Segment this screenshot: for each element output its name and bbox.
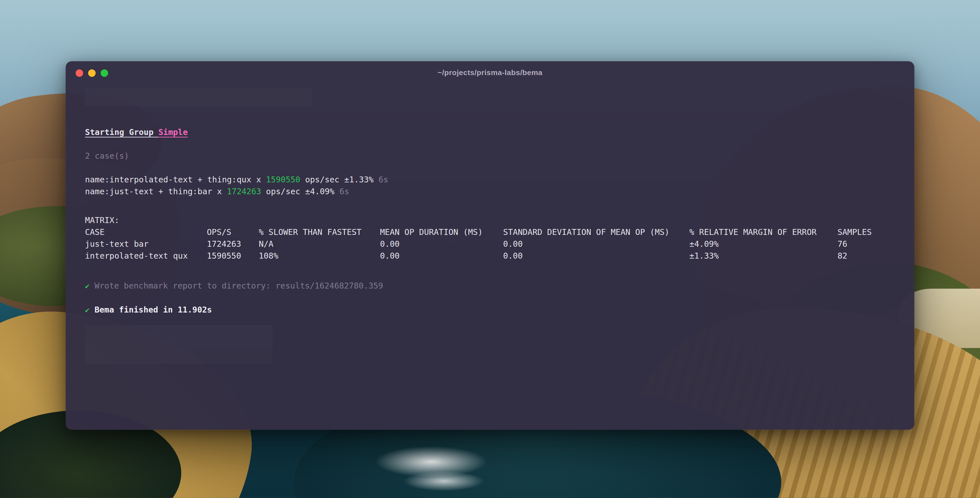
bench-ops-value: 1724263	[227, 187, 261, 196]
terminal-window: ~/projects/prisma-labs/bema Starting Gro…	[65, 61, 914, 430]
col-header-samples: SAMPLES	[837, 226, 899, 238]
bench-text: ops/sec ±1.33%	[300, 175, 379, 184]
cell-slower: N/A	[259, 238, 380, 250]
cell-ops: 1590550	[207, 250, 259, 262]
cell-margin: ±4.09%	[689, 238, 837, 250]
col-header-margin: % RELATIVE MARGIN OF ERROR	[689, 226, 837, 238]
case-count: 2 case(s)	[85, 150, 899, 162]
col-header-case: CASE	[85, 226, 207, 238]
terminal-output[interactable]: Starting Group Simple 2 case(s) name:int…	[85, 61, 899, 316]
bench-time: 6s	[379, 175, 388, 184]
cell-case: interpolated-text qux	[85, 250, 207, 262]
matrix-label: MATRIX:	[85, 214, 899, 226]
matrix-header-row: CASE OPS/S % SLOWER THAN FASTEST MEAN OP…	[85, 226, 899, 238]
cell-mean: 0.00	[380, 250, 503, 262]
cell-case: just-text bar	[85, 238, 207, 250]
col-header-mean: MEAN OP DURATION (MS)	[380, 226, 503, 238]
finish-text: Bema finished in 11.902s	[95, 305, 212, 314]
bench-text: name:just-text + thing:bar x	[85, 187, 227, 196]
check-icon: ✔	[85, 282, 89, 290]
cell-ops: 1724263	[207, 238, 259, 250]
group-heading-prefix: Starting Group	[85, 127, 158, 136]
col-header-slower: % SLOWER THAN FASTEST	[259, 226, 380, 238]
cell-margin: ±1.33%	[689, 250, 837, 262]
table-row: interpolated-text qux 1590550 108% 0.00 …	[85, 250, 899, 262]
wallpaper-wave-foam-small	[403, 471, 484, 491]
group-heading-name: Simple	[158, 127, 188, 136]
desktop: ~/projects/prisma-labs/bema Starting Gro…	[0, 0, 980, 498]
cell-stddev: 0.00	[503, 238, 689, 250]
check-icon: ✔	[85, 306, 89, 314]
cell-samples: 76	[837, 238, 899, 250]
bench-time: 6s	[339, 187, 349, 196]
bench-text: ops/sec ±4.09%	[261, 187, 339, 196]
group-heading: Starting Group Simple	[85, 126, 899, 138]
report-text: Wrote benchmark report to directory: res…	[95, 281, 383, 290]
faint-highlight-bottom	[85, 325, 272, 364]
cell-slower: 108%	[259, 250, 380, 262]
bench-ops-value: 1590550	[266, 175, 300, 184]
table-row: just-text bar 1724263 N/A 0.00 0.00 ±4.0…	[85, 238, 899, 250]
bench-text: name:interpolated-text + thing:qux x	[85, 175, 266, 184]
benchmark-line: name:interpolated-text + thing:qux x 159…	[85, 174, 899, 186]
cell-stddev: 0.00	[503, 250, 689, 262]
finish-line: ✔Bema finished in 11.902s	[85, 304, 899, 316]
cell-samples: 82	[837, 250, 899, 262]
cell-mean: 0.00	[380, 238, 503, 250]
col-header-ops: OPS/S	[207, 226, 259, 238]
report-line: ✔Wrote benchmark report to directory: re…	[85, 280, 899, 292]
col-header-stddev: STANDARD DEVIATION OF MEAN OP (MS)	[503, 226, 689, 238]
benchmark-line: name:just-text + thing:bar x 1724263 ops…	[85, 186, 899, 197]
